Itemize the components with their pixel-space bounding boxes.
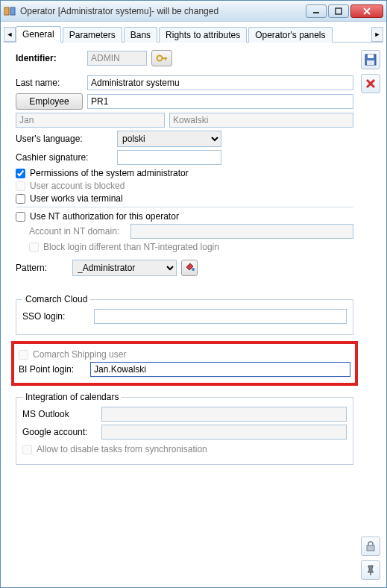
via-terminal-row[interactable]: User works via terminal xyxy=(16,193,353,204)
window-title: Operator [Administrator systemu]- will b… xyxy=(20,6,306,16)
floppy-icon xyxy=(365,54,377,66)
pattern-select[interactable]: _Administrator xyxy=(72,260,177,276)
minimize-button[interactable] xyxy=(306,4,327,18)
svg-rect-1 xyxy=(10,7,15,15)
lock-button[interactable] xyxy=(361,537,380,556)
via-terminal-label: User works via terminal xyxy=(30,193,123,204)
lastname-field[interactable] xyxy=(87,75,353,90)
bi-point-field[interactable] xyxy=(90,362,350,377)
svg-point-9 xyxy=(192,268,195,271)
block-nt-row: Block login different than NT-integrated… xyxy=(29,242,353,252)
key-icon xyxy=(156,53,168,63)
svg-rect-15 xyxy=(367,545,374,551)
use-nt-row[interactable]: Use NT authorization for this operator xyxy=(16,211,353,222)
tab-scroll-right[interactable]: ► xyxy=(371,27,383,42)
google-field xyxy=(101,425,347,440)
tab-rights[interactable]: Rights to attributes xyxy=(159,27,247,43)
allow-disable-row: Allow to disable tasks from synchronisat… xyxy=(22,444,347,454)
shipping-user-label: Comarch Shipping user xyxy=(33,349,126,360)
allow-disable-label: Allow to disable tasks from synchronisat… xyxy=(37,444,207,454)
tab-general[interactable]: General xyxy=(16,26,61,43)
pattern-fill-button[interactable] xyxy=(181,260,198,276)
svg-point-6 xyxy=(157,56,163,61)
tab-strip: ◄ General Parameters Bans Rights to attr… xyxy=(1,22,386,43)
cashier-field[interactable] xyxy=(117,150,221,165)
shipping-user-row: Comarch Shipping user xyxy=(19,349,350,360)
shipping-user-checkbox xyxy=(19,350,28,360)
app-icon xyxy=(4,5,16,17)
cancel-button[interactable] xyxy=(361,74,380,93)
perms-admin-label: Permissions of the system administrator xyxy=(30,168,189,178)
svg-rect-12 xyxy=(367,60,374,65)
cashier-label: Cashier signature: xyxy=(16,152,113,163)
account-blocked-checkbox xyxy=(16,181,25,191)
sso-label: SSO login: xyxy=(22,311,89,322)
tab-scroll-left[interactable]: ◄ xyxy=(4,27,16,42)
block-nt-label: Block login different than NT-integrated… xyxy=(43,242,219,252)
account-blocked-label: User account is blocked xyxy=(30,181,125,191)
tab-panels[interactable]: Operator's panels xyxy=(248,27,332,43)
tab-bans[interactable]: Bans xyxy=(124,27,157,43)
firstname-field xyxy=(16,113,165,128)
surname-field xyxy=(169,113,353,128)
nt-domain-label: Account in NT domain: xyxy=(29,226,126,237)
use-nt-checkbox[interactable] xyxy=(16,212,25,222)
account-blocked-row: User account is blocked xyxy=(16,181,353,191)
outlook-label: MS Outlook xyxy=(22,409,97,419)
tab-parameters[interactable]: Parameters xyxy=(63,27,122,43)
side-toolbar xyxy=(359,43,386,584)
employee-button[interactable]: Employee xyxy=(16,93,83,110)
pin-button[interactable] xyxy=(361,560,380,580)
bucket-icon xyxy=(184,262,195,275)
use-nt-label: Use NT authorization for this operator xyxy=(30,211,179,222)
cloud-legend: Comarch Cloud xyxy=(22,294,90,304)
save-button[interactable] xyxy=(361,50,380,69)
svg-rect-3 xyxy=(336,8,342,14)
key-button[interactable] xyxy=(151,50,172,66)
window-controls xyxy=(306,4,383,18)
perms-admin-checkbox[interactable] xyxy=(16,169,25,178)
pattern-label: Pattern: xyxy=(16,263,68,273)
nt-domain-field xyxy=(130,224,353,239)
maximize-button[interactable] xyxy=(328,4,349,18)
calendars-legend: Integration of calendars xyxy=(22,392,122,402)
employee-field[interactable] xyxy=(87,94,353,109)
language-select[interactable]: polski xyxy=(117,131,221,147)
bi-point-highlight: Comarch Shipping user BI Point login: xyxy=(11,341,358,386)
window-titlebar: Operator [Administrator systemu]- will b… xyxy=(1,1,386,22)
google-label: Google account: xyxy=(22,427,97,437)
svg-rect-0 xyxy=(4,7,9,15)
general-panel: Identifier: Last name: Employee User's l xyxy=(1,43,359,584)
x-icon xyxy=(365,78,377,90)
lock-icon xyxy=(365,540,377,552)
identifier-field[interactable] xyxy=(87,51,147,66)
sso-field[interactable] xyxy=(94,309,347,324)
language-label: User's language: xyxy=(16,134,113,144)
lastname-label: Last name: xyxy=(16,78,83,88)
identifier-label: Identifier: xyxy=(16,53,83,63)
via-terminal-checkbox[interactable] xyxy=(16,194,25,204)
perms-admin-row[interactable]: Permissions of the system administrator xyxy=(16,168,353,178)
svg-rect-11 xyxy=(368,54,374,58)
outlook-field xyxy=(101,407,347,422)
close-button[interactable] xyxy=(350,4,383,18)
bi-point-label: BI Point login: xyxy=(19,364,86,375)
block-nt-checkbox xyxy=(29,243,39,252)
allow-disable-checkbox xyxy=(22,445,32,454)
pin-icon xyxy=(365,564,377,576)
